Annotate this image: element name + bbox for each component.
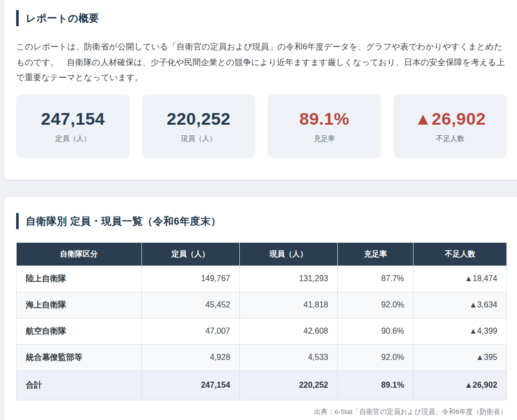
cell-quota: 149,767	[141, 266, 239, 292]
table-card: 自衛隊別 定員・現員一覧（令和6年度末） 自衛隊区分 定員（人） 現員（人） 充…	[4, 197, 517, 420]
stat-value-quota: 247,154	[41, 109, 105, 129]
cell-division: 航空自衛隊	[17, 318, 142, 344]
column-header-division: 自衛隊区分	[17, 242, 142, 266]
cell-shortage-total: ▲26,902	[413, 371, 507, 400]
overview-description: このレポートは、防衛省が公開している「自衛官の定員および現員」の令和6年度データ…	[16, 39, 507, 85]
table-row: 統合幕僚監部等 4,928 4,533 92.0% ▲395	[17, 344, 507, 371]
cell-division-total: 合計	[17, 371, 142, 400]
stat-label-quota: 定員（人）	[56, 134, 91, 143]
cell-division: 陸上自衛隊	[17, 266, 142, 292]
cell-quota: 45,452	[141, 292, 239, 318]
stat-value-actual: 220,252	[167, 109, 230, 129]
column-header-actual: 現員（人）	[239, 242, 337, 266]
cell-actual: 42,608	[239, 318, 337, 344]
cell-actual-total: 220,252	[239, 371, 337, 400]
personnel-table: 自衛隊区分 定員（人） 現員（人） 充足率 不足人数 陸上自衛隊 149,767…	[16, 242, 507, 400]
overview-card: レポートの概要 このレポートは、防衛省が公開している「自衛官の定員および現員」の…	[4, 0, 517, 180]
cell-division: 海上自衛隊	[17, 292, 142, 318]
stat-card-actual: 220,252 現員（人）	[142, 94, 255, 158]
cell-rate: 90.6%	[337, 318, 413, 344]
cell-shortage: ▲395	[413, 344, 507, 371]
stat-value-fill-rate: 89.1%	[299, 109, 349, 129]
stat-card-fill-rate: 89.1% 充足率	[268, 94, 381, 158]
table-total-row: 合計 247,154 220,252 89.1% ▲26,902	[17, 371, 507, 400]
cell-shortage: ▲18,474	[413, 266, 507, 292]
stat-label-shortage: 不足人数	[436, 134, 464, 143]
table-row: 海上自衛隊 45,452 41,818 92.0% ▲3,634	[17, 292, 507, 318]
cell-division: 統合幕僚監部等	[17, 344, 142, 371]
cell-actual: 131,293	[239, 266, 337, 292]
stat-card-quota: 247,154 定員（人）	[16, 94, 130, 158]
cell-rate: 87.7%	[337, 266, 413, 292]
stat-card-shortage: ▲26,902 不足人数	[393, 94, 507, 158]
overview-title: レポートの概要	[16, 10, 507, 26]
cell-rate: 92.0%	[337, 344, 413, 371]
column-header-rate: 充足率	[337, 242, 413, 266]
column-header-quota: 定員（人）	[141, 242, 239, 266]
stats-row: 247,154 定員（人） 220,252 現員（人） 89.1% 充足率 ▲2…	[16, 94, 507, 158]
table-section-title: 自衛隊別 定員・現員一覧（令和6年度末）	[16, 213, 507, 229]
column-header-shortage: 不足人数	[413, 242, 507, 266]
data-source-note: 出典：e-Stat「自衛官の定員および現員」令和6年度（防衛省）	[16, 407, 507, 416]
stat-label-fill-rate: 充足率	[314, 134, 335, 143]
cell-shortage: ▲3,634	[413, 292, 507, 318]
table-row: 航空自衛隊 47,007 42,608 90.6% ▲4,399	[17, 318, 507, 344]
cell-quota-total: 247,154	[141, 371, 239, 400]
stat-value-shortage: ▲26,902	[415, 109, 486, 129]
table-header-row: 自衛隊区分 定員（人） 現員（人） 充足率 不足人数	[17, 242, 507, 266]
table-row: 陸上自衛隊 149,767 131,293 87.7% ▲18,474	[17, 266, 507, 292]
cell-quota: 47,007	[141, 318, 239, 344]
cell-rate: 92.0%	[337, 292, 413, 318]
cell-quota: 4,928	[141, 344, 239, 371]
cell-actual: 41,818	[239, 292, 337, 318]
cell-shortage: ▲4,399	[413, 318, 507, 344]
cell-rate-total: 89.1%	[337, 371, 413, 400]
cell-actual: 4,533	[239, 344, 337, 371]
stat-label-actual: 現員（人）	[181, 134, 217, 143]
